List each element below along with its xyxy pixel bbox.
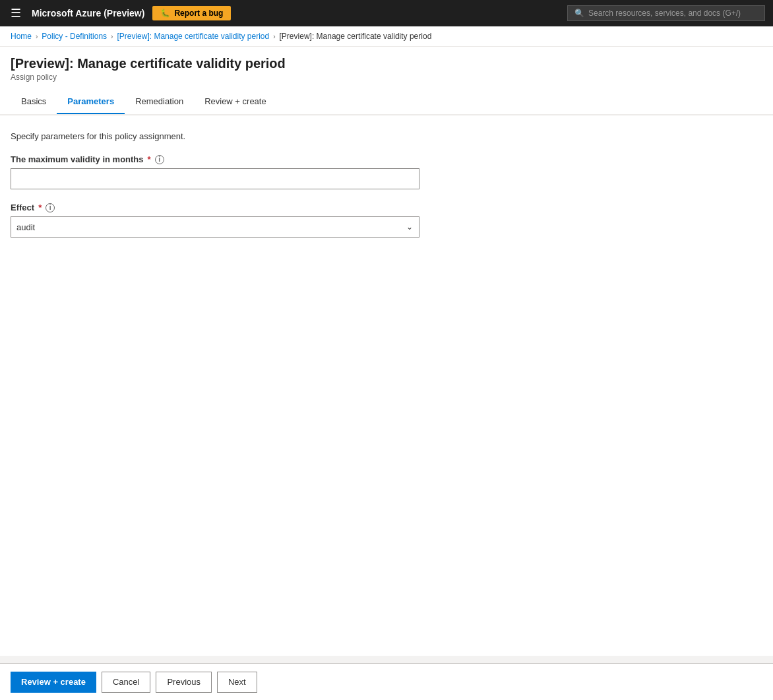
max-validity-required: * [148, 154, 151, 164]
page-subtitle: Assign policy [11, 73, 762, 82]
search-icon: 🔍 [574, 9, 584, 18]
max-validity-info-icon[interactable]: i [155, 155, 164, 164]
topbar: ☰ Microsoft Azure (Preview) 🐛 Report a b… [0, 0, 773, 26]
effect-label-text: Effect [11, 203, 34, 212]
main-content: Specify parameters for this policy assig… [0, 115, 773, 656]
tab-review-create[interactable]: Review + create [194, 90, 277, 114]
page-header: [Preview]: Manage certificate validity p… [0, 47, 773, 115]
search-bar[interactable]: 🔍 [567, 5, 765, 21]
breadcrumb-manage-cert[interactable]: [Preview]: Manage certificate validity p… [117, 32, 269, 41]
effect-info-icon[interactable]: i [46, 203, 55, 212]
breadcrumb-sep-2: › [111, 33, 113, 40]
page-title: [Preview]: Manage certificate validity p… [11, 56, 762, 71]
tab-remediation[interactable]: Remediation [125, 90, 194, 114]
effect-select[interactable]: audit deny disabled [11, 216, 419, 238]
report-bug-label: Report a bug [174, 9, 223, 18]
breadcrumb-home[interactable]: Home [11, 32, 32, 41]
max-validity-label: The maximum validity in months * i [11, 154, 762, 164]
max-validity-input[interactable] [11, 168, 419, 189]
effect-select-wrapper: audit deny disabled ⌄ [11, 216, 419, 238]
tab-basics[interactable]: Basics [11, 90, 57, 114]
hamburger-menu-icon[interactable]: ☰ [8, 3, 24, 23]
breadcrumb-current: [Preview]: Manage certificate validity p… [280, 32, 432, 41]
breadcrumb-policy-definitions[interactable]: Policy - Definitions [42, 32, 107, 41]
report-bug-button[interactable]: 🐛 Report a bug [152, 6, 231, 20]
bug-icon: 🐛 [160, 9, 170, 18]
breadcrumb-sep-1: › [36, 33, 38, 40]
effect-label: Effect * i [11, 203, 762, 212]
breadcrumb: Home › Policy - Definitions › [Preview]:… [0, 26, 773, 47]
effect-required: * [38, 203, 42, 212]
breadcrumb-sep-3: › [273, 33, 275, 40]
content-description: Specify parameters for this policy assig… [11, 131, 762, 141]
app-title: Microsoft Azure (Preview) [32, 8, 144, 18]
tab-parameters[interactable]: Parameters [57, 90, 125, 114]
search-input[interactable] [588, 9, 758, 18]
max-validity-group: The maximum validity in months * i [11, 154, 762, 189]
effect-group: Effect * i audit deny disabled ⌄ [11, 203, 762, 238]
tabs: Basics Parameters Remediation Review + c… [11, 90, 762, 114]
max-validity-label-text: The maximum validity in months [11, 154, 144, 164]
